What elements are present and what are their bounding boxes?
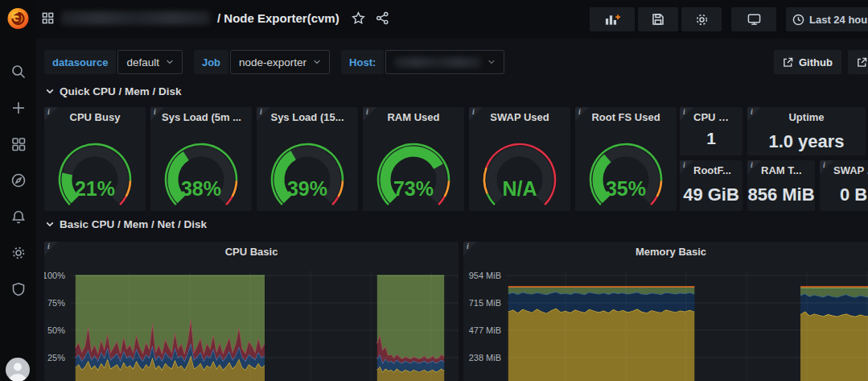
host-select[interactable] xyxy=(385,50,504,74)
panel-info-icon[interactable]: i xyxy=(363,107,376,121)
configuration-gear-icon[interactable] xyxy=(10,244,27,261)
share-icon[interactable] xyxy=(376,11,389,25)
svg-text:35%: 35% xyxy=(606,177,646,200)
time-range-label: Last 24 hours xyxy=(809,14,868,26)
user-avatar[interactable] xyxy=(6,358,30,381)
panel-root-fs-used: i Root FS Used 35% xyxy=(575,107,677,211)
panel-info-icon[interactable]: i xyxy=(463,242,477,255)
chevron-down-icon xyxy=(166,60,174,64)
panel-cpu-basic: i CPU Basic 100%75%50%25% xyxy=(44,242,459,381)
svg-text:50%: 50% xyxy=(47,325,65,335)
panel-memory-basic: i Memory Basic 954 MiB715 MiB477 MiB238 … xyxy=(463,242,868,381)
stat-value: 49 GiB xyxy=(680,184,743,205)
panel-title[interactable]: CPU Busy xyxy=(44,107,146,126)
cpu-busy-gauge: 21% xyxy=(48,130,142,211)
admin-shield-icon[interactable] xyxy=(10,280,27,297)
stat-value: 1.0 years xyxy=(747,131,866,152)
panel-sys-load-5m: i Sys Load (5m ... 38% xyxy=(150,107,252,211)
panel-uptime: i Uptime 1.0 years xyxy=(747,107,866,155)
stat-value: 0 B xyxy=(820,184,868,205)
svg-text:238 MiB: 238 MiB xyxy=(469,353,501,362)
panel-title[interactable]: Uptime xyxy=(747,107,866,126)
star-icon[interactable] xyxy=(352,11,365,25)
panel-title[interactable]: Root FS Used xyxy=(575,107,677,126)
panel-info-icon[interactable]: i xyxy=(575,107,589,121)
sys-load-15m-gauge: 39% xyxy=(261,130,354,211)
top-nav-bar: / Node Exporter(cvm) Last 24 hours xyxy=(36,0,868,39)
datasource-select[interactable]: default xyxy=(117,50,183,74)
panel-ram-used: i RAM Used 73% xyxy=(363,107,464,211)
create-plus-icon[interactable] xyxy=(10,99,27,116)
row-quick-cpu-mem-disk[interactable]: Quick CPU / Mem / Disk xyxy=(46,85,182,97)
search-icon[interactable] xyxy=(10,63,27,80)
panel-title[interactable]: SWAP Used xyxy=(469,107,570,126)
github-link[interactable]: Github xyxy=(774,50,841,74)
panel-title[interactable]: Sys Load (15... xyxy=(257,107,358,126)
alerting-bell-icon[interactable] xyxy=(10,208,27,225)
dashboard-settings-button[interactable] xyxy=(681,7,722,31)
time-range-picker[interactable]: Last 24 hours xyxy=(786,7,868,31)
svg-text:39%: 39% xyxy=(287,177,327,200)
datasource-label: datasource xyxy=(44,50,116,74)
panel-info-icon[interactable]: i xyxy=(469,107,483,121)
breadcrumb: / Node Exporter(cvm) xyxy=(42,11,389,25)
svg-text:73%: 73% xyxy=(393,177,434,200)
panel-title[interactable]: CPU Basic xyxy=(44,242,459,261)
ram-used-gauge: 73% xyxy=(367,130,460,211)
row-basic-cpu-mem-net-disk[interactable]: Basic CPU / Mem / Net / Disk xyxy=(46,218,207,230)
panel-info-icon[interactable]: i xyxy=(820,160,833,174)
tv-mode-button[interactable] xyxy=(731,7,776,31)
panel-info-icon[interactable]: i xyxy=(44,242,58,255)
job-select[interactable]: node-exporter xyxy=(230,50,330,74)
save-dashboard-button[interactable] xyxy=(638,7,678,31)
root-fs-used-gauge: 35% xyxy=(579,130,673,211)
swap-used-gauge: N/A xyxy=(473,130,566,211)
panel-title[interactable]: Memory Basic xyxy=(463,242,868,261)
stat-value: 856 MiB xyxy=(747,184,815,205)
job-label: Job xyxy=(194,50,228,74)
dashboard-toolbar: Last 24 hours 1m xyxy=(590,7,868,31)
svg-text:N/A: N/A xyxy=(502,177,537,200)
chevron-down-icon xyxy=(46,89,54,94)
sys-load-5m-gauge: 38% xyxy=(154,130,248,211)
clock-icon xyxy=(792,14,804,26)
svg-text:715 MiB: 715 MiB xyxy=(469,298,501,308)
panel-info-icon[interactable]: i xyxy=(680,160,693,174)
svg-text:75%: 75% xyxy=(47,298,65,308)
panel-info-icon[interactable]: i xyxy=(747,160,761,174)
redacted-folder-name xyxy=(61,11,210,25)
add-panel-button[interactable] xyxy=(590,7,635,31)
panel-info-icon[interactable]: i xyxy=(150,107,164,121)
chevron-down-icon xyxy=(313,60,321,64)
panel-sys-load-15m: i Sys Load (15... 39% xyxy=(257,107,358,211)
external-link-icon xyxy=(783,57,793,68)
left-sidebar xyxy=(0,0,36,381)
svg-text:25%: 25% xyxy=(47,353,65,362)
grafana-logo[interactable] xyxy=(6,6,31,31)
dashboard-links: Github Grafana xyxy=(774,50,868,74)
panel-info-icon[interactable]: i xyxy=(44,107,58,121)
grafana-link[interactable]: Grafana xyxy=(848,50,868,74)
memory-basic-chart[interactable]: 954 MiB715 MiB477 MiB238 MiB xyxy=(463,266,868,381)
panel-swap-used: i SWAP Used N/A xyxy=(469,107,570,211)
panel-title[interactable]: RAM Used xyxy=(363,107,464,126)
page-title: / Node Exporter(cvm) xyxy=(217,11,339,25)
section-title: Quick CPU / Mem / Disk xyxy=(60,85,182,97)
panel-rootfs-total: i RootF... 49 GiB xyxy=(680,160,743,211)
redacted-host-value xyxy=(394,57,481,68)
section-title: Basic CPU / Mem / Net / Disk xyxy=(60,218,207,230)
panel-info-icon[interactable]: i xyxy=(257,107,270,121)
chevron-down-icon xyxy=(46,222,54,227)
dashboard-grid-icon[interactable] xyxy=(42,12,54,24)
host-label: Host: xyxy=(341,50,384,74)
svg-text:100%: 100% xyxy=(44,271,65,280)
panel-cpu-busy: i CPU Busy 21% xyxy=(44,107,146,211)
external-link-icon xyxy=(857,57,867,68)
panel-title[interactable]: Sys Load (5m ... xyxy=(150,107,252,126)
panel-info-icon[interactable]: i xyxy=(747,107,761,121)
dashboards-icon[interactable] xyxy=(10,135,27,152)
cpu-basic-chart[interactable]: 100%75%50%25% xyxy=(44,266,459,381)
panel-ram-total: i RAM T... 856 MiB xyxy=(747,160,815,211)
explore-compass-icon[interactable] xyxy=(10,172,27,188)
panel-info-icon[interactable]: i xyxy=(680,107,693,121)
